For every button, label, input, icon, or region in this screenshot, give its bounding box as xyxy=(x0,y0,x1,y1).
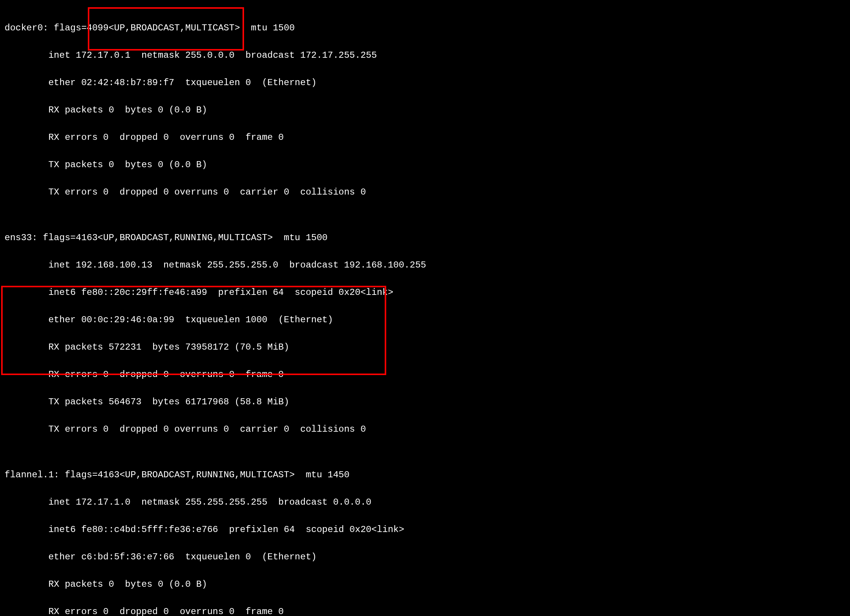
ifconfig-line: TX packets 0 bytes 0 (0.0 B) xyxy=(5,160,845,169)
ifconfig-line: inet6 fe80::20c:29ff:fe46:a99 prefixlen … xyxy=(5,288,845,297)
ifconfig-line: TX errors 0 dropped 0 overruns 0 carrier… xyxy=(5,188,845,197)
ifconfig-line: ether 00:0c:29:46:0a:99 txqueuelen 1000 … xyxy=(5,315,845,325)
ifconfig-line: TX packets 564673 bytes 61717968 (58.8 M… xyxy=(5,397,845,407)
ifconfig-line: ether c6:bd:5f:36:e7:66 txqueuelen 0 (Et… xyxy=(5,553,845,562)
ifconfig-line: inet6 fe80::c4bd:5fff:fe36:e766 prefixle… xyxy=(5,525,845,534)
ifconfig-line: inet 192.168.100.13 netmask 255.255.255.… xyxy=(5,261,845,270)
terminal-output[interactable]: docker0: flags=4099<UP,BROADCAST,MULTICA… xyxy=(0,0,850,616)
ifconfig-line: inet 172.17.0.1 netmask 255.0.0.0 broadc… xyxy=(5,51,845,60)
ifconfig-line: RX packets 572231 bytes 73958172 (70.5 M… xyxy=(5,343,845,352)
ifconfig-line: RX packets 0 bytes 0 (0.0 B) xyxy=(5,580,845,589)
ifconfig-line: TX errors 0 dropped 0 overruns 0 carrier… xyxy=(5,425,845,434)
ifconfig-line: ether 02:42:48:b7:89:f7 txqueuelen 0 (Et… xyxy=(5,78,845,87)
highlight-box-flannel1 xyxy=(1,286,386,375)
ifconfig-line: inet 172.17.1.0 netmask 255.255.255.255 … xyxy=(5,498,845,507)
ifconfig-line: flannel.1: flags=4163<UP,BROADCAST,RUNNI… xyxy=(5,470,845,480)
ifconfig-line: ens33: flags=4163<UP,BROADCAST,RUNNING,M… xyxy=(5,233,845,242)
ifconfig-line: RX packets 0 bytes 0 (0.0 B) xyxy=(5,106,845,115)
ifconfig-line: RX errors 0 dropped 0 overruns 0 frame 0 xyxy=(5,607,845,616)
ifconfig-line: docker0: flags=4099<UP,BROADCAST,MULTICA… xyxy=(5,24,845,33)
ifconfig-line: RX errors 0 dropped 0 overruns 0 frame 0 xyxy=(5,133,845,142)
ifconfig-line: RX errors 0 dropped 0 overruns 0 frame 0 xyxy=(5,370,845,379)
